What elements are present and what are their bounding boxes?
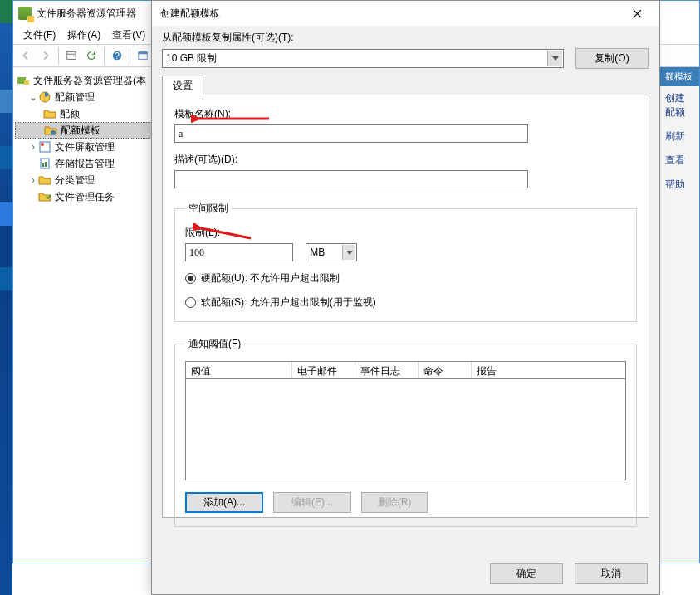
menu-action[interactable]: 操作(A) bbox=[62, 27, 105, 44]
col-email[interactable]: 电子邮件 bbox=[292, 362, 355, 378]
svg-point-13 bbox=[41, 143, 44, 146]
threshold-group: 通知阈值(F) 阈值 电子邮件 事件日志 命令 报告 添加(A)... 编辑(E… bbox=[174, 337, 637, 527]
space-limit-legend: 空间限制 bbox=[185, 202, 232, 216]
threshold-legend: 通知阈值(F) bbox=[185, 337, 244, 351]
nav-tree[interactable]: 文件服务器资源管理器(本 ⌄ 配额管理 配额 配额模板 › 文件屏蔽管理 bbox=[13, 67, 154, 563]
actions-pane: 额模板 创建配额 刷新 查看 帮助 bbox=[659, 67, 699, 563]
tree-quota-mgmt[interactable]: ⌄ 配额管理 bbox=[15, 89, 152, 105]
limit-unit-value: MB bbox=[310, 246, 325, 258]
ok-button[interactable]: 确定 bbox=[490, 563, 563, 584]
col-threshold[interactable]: 阈值 bbox=[186, 362, 292, 378]
tree-report-mgmt[interactable]: 存储报告管理 bbox=[15, 155, 152, 172]
create-quota-template-dialog: 创建配额模板 从配额模板复制属性(可选)(T): 10 GB 限制 复制(O) … bbox=[151, 0, 660, 595]
col-command[interactable]: 命令 bbox=[419, 362, 472, 378]
classify-icon bbox=[38, 173, 51, 187]
col-eventlog[interactable]: 事件日志 bbox=[355, 362, 419, 378]
settings-panel: 模板名称(N): 描述(可选)(D): 空间限制 限制(L): MB 硬配额(U… bbox=[162, 95, 649, 518]
app-title: 文件服务器资源管理器 bbox=[37, 7, 136, 21]
tree-quota[interactable]: 配额 bbox=[15, 105, 152, 122]
description-label: 描述(可选)(D): bbox=[174, 153, 637, 167]
limit-value-input[interactable] bbox=[185, 243, 293, 261]
hard-quota-radio[interactable]: 硬配额(U): 不允许用户超出限制 bbox=[185, 271, 626, 285]
action-refresh[interactable]: 刷新 bbox=[660, 124, 699, 149]
dialog-title: 创建配额模板 bbox=[160, 7, 220, 21]
svg-rect-9 bbox=[24, 80, 29, 85]
add-threshold-button[interactable]: 添加(A)... bbox=[185, 492, 263, 513]
space-limit-group: 空间限制 限制(L): MB 硬配额(U): 不允许用户超出限制 软配额(S):… bbox=[174, 202, 637, 322]
col-report[interactable]: 报告 bbox=[472, 362, 625, 378]
tree-task-mgmt[interactable]: 文件管理任务 bbox=[15, 188, 152, 205]
threshold-list[interactable] bbox=[185, 379, 626, 480]
copy-template-value: 10 GB 限制 bbox=[166, 51, 217, 66]
radio-icon bbox=[185, 273, 196, 284]
toolbar-btn-1[interactable] bbox=[62, 46, 81, 65]
tree-classify-mgmt[interactable]: › 分类管理 bbox=[15, 172, 152, 188]
delete-threshold-button: 删除(R) bbox=[361, 492, 428, 513]
copy-button[interactable]: 复制(O) bbox=[575, 48, 649, 69]
svg-point-11 bbox=[51, 130, 56, 135]
refresh-button[interactable] bbox=[82, 46, 100, 65]
edit-threshold-button: 编辑(E)... bbox=[273, 492, 351, 513]
soft-quota-radio[interactable]: 软配额(S): 允许用户超出限制(用于监视) bbox=[185, 295, 626, 310]
app-icon bbox=[18, 7, 32, 20]
template-name-label: 模板名称(N): bbox=[174, 107, 637, 121]
cancel-button[interactable]: 取消 bbox=[575, 563, 648, 584]
nav-fwd-button[interactable] bbox=[37, 46, 55, 65]
limit-label: 限制(L): bbox=[185, 226, 626, 240]
copy-template-combo[interactable]: 10 GB 限制 bbox=[162, 49, 564, 68]
collapse-icon[interactable]: ⌄ bbox=[28, 91, 38, 103]
description-input[interactable] bbox=[174, 170, 528, 188]
template-name-input[interactable] bbox=[174, 124, 528, 143]
action-help[interactable]: 帮助 bbox=[660, 173, 699, 197]
help-button[interactable]: ? bbox=[108, 46, 126, 65]
tree-quota-template[interactable]: 配额模板 bbox=[15, 122, 152, 139]
tree-screen-mgmt[interactable]: › 文件屏蔽管理 bbox=[15, 139, 152, 155]
dialog-titlebar[interactable]: 创建配额模板 bbox=[152, 1, 659, 26]
radio-icon bbox=[185, 297, 196, 308]
close-button[interactable] bbox=[623, 4, 651, 22]
threshold-list-header: 阈值 电子邮件 事件日志 命令 报告 bbox=[185, 361, 626, 379]
action-create[interactable]: 创建配额 bbox=[660, 86, 699, 124]
template-icon bbox=[44, 124, 57, 137]
quota-icon bbox=[38, 90, 51, 104]
expand-icon[interactable]: › bbox=[28, 174, 38, 186]
svg-rect-0 bbox=[67, 52, 76, 60]
action-view[interactable]: 查看 bbox=[660, 149, 699, 173]
desktop-background bbox=[0, 0, 12, 595]
expand-icon[interactable]: › bbox=[28, 141, 38, 153]
actions-header: 额模板 bbox=[660, 67, 699, 86]
toolbar-btn-2[interactable] bbox=[134, 46, 152, 65]
task-icon bbox=[38, 190, 51, 203]
menu-file[interactable]: 文件(F) bbox=[18, 27, 61, 44]
svg-rect-16 bbox=[45, 162, 47, 167]
menu-view[interactable]: 查看(V) bbox=[107, 27, 150, 44]
limit-unit-combo[interactable]: MB bbox=[306, 243, 357, 261]
svg-rect-5 bbox=[139, 52, 148, 55]
folder-icon bbox=[43, 107, 56, 120]
copy-from-label: 从配额模板复制属性(可选)(T): bbox=[162, 31, 649, 45]
tree-root[interactable]: 文件服务器资源管理器(本 bbox=[15, 72, 152, 89]
nav-back-button[interactable] bbox=[17, 46, 35, 65]
svg-text:?: ? bbox=[115, 51, 120, 61]
svg-rect-15 bbox=[42, 163, 44, 167]
chevron-down-icon bbox=[342, 245, 355, 260]
tab-settings[interactable]: 设置 bbox=[162, 76, 203, 95]
server-icon bbox=[17, 74, 30, 87]
report-icon bbox=[38, 157, 51, 170]
screen-icon bbox=[38, 140, 51, 154]
chevron-down-icon bbox=[547, 51, 562, 66]
